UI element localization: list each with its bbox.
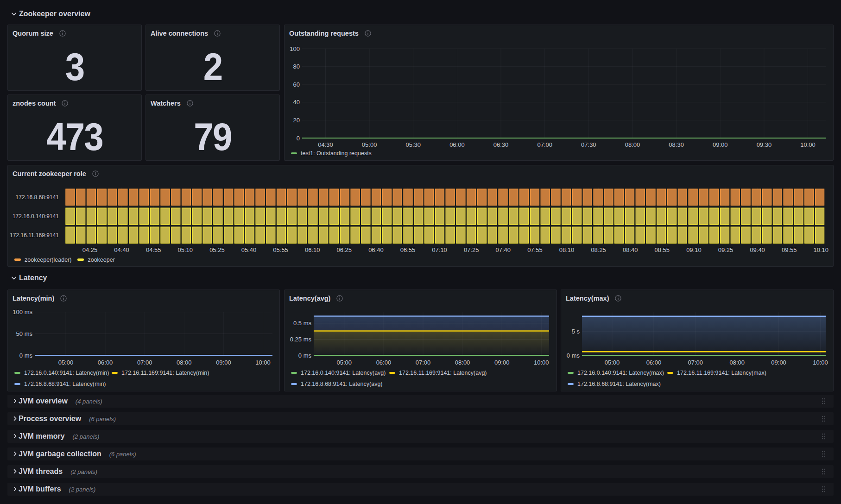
svg-text:09:00: 09:00 — [494, 359, 510, 366]
svg-text:0: 0 — [297, 135, 300, 142]
svg-text:05:00: 05:00 — [58, 359, 74, 366]
svg-text:06:40: 06:40 — [368, 246, 384, 253]
svg-text:172.16.8.68:9141: 172.16.8.68:9141 — [16, 194, 59, 201]
svg-text:09:30: 09:30 — [757, 141, 772, 148]
svg-text:04:40: 04:40 — [114, 246, 129, 253]
svg-text:0 ms: 0 ms — [567, 352, 580, 359]
svg-text:07:25: 07:25 — [464, 246, 479, 253]
svg-text:5 s: 5 s — [572, 328, 580, 335]
svg-text:05:40: 05:40 — [241, 246, 257, 253]
svg-text:05:55: 05:55 — [273, 246, 288, 253]
svg-text:40: 40 — [293, 99, 300, 106]
svg-text:05:00: 05:00 — [337, 359, 352, 366]
svg-text:172.16.0.140:9141: 172.16.0.140:9141 — [13, 213, 59, 220]
svg-text:172.16.11.169:9141: 172.16.11.169:9141 — [10, 232, 59, 239]
svg-text:07:00: 07:00 — [416, 359, 431, 366]
svg-text:05:00: 05:00 — [605, 359, 620, 366]
svg-text:05:10: 05:10 — [178, 246, 193, 253]
svg-text:09:55: 09:55 — [782, 246, 797, 253]
svg-text:07:10: 07:10 — [432, 246, 447, 253]
svg-text:08:55: 08:55 — [655, 246, 670, 253]
svg-text:07:40: 07:40 — [496, 246, 511, 253]
svg-text:0 ms: 0 ms — [298, 352, 312, 359]
svg-text:08:40: 08:40 — [623, 246, 638, 253]
svg-text:05:25: 05:25 — [209, 246, 225, 253]
svg-text:10:00: 10:00 — [813, 359, 828, 366]
svg-text:09:00: 09:00 — [216, 359, 231, 366]
svg-text:06:55: 06:55 — [400, 246, 416, 253]
svg-text:07:00: 07:00 — [688, 359, 703, 366]
svg-text:04:25: 04:25 — [82, 246, 98, 253]
svg-text:08:00: 08:00 — [729, 359, 745, 366]
svg-text:0.25 ms: 0.25 ms — [290, 336, 312, 343]
svg-text:04:30: 04:30 — [318, 141, 333, 148]
svg-text:06:00: 06:00 — [449, 141, 465, 148]
svg-text:10:00: 10:00 — [800, 141, 816, 148]
svg-text:10:10: 10:10 — [814, 246, 829, 253]
svg-text:100 ms: 100 ms — [13, 309, 32, 315]
svg-text:09:00: 09:00 — [713, 141, 728, 148]
svg-text:06:10: 06:10 — [305, 246, 320, 253]
svg-text:60: 60 — [293, 81, 300, 88]
svg-text:08:25: 08:25 — [591, 246, 606, 253]
svg-text:07:55: 07:55 — [527, 246, 543, 253]
svg-text:09:10: 09:10 — [686, 246, 702, 253]
svg-text:07:00: 07:00 — [537, 141, 552, 148]
svg-text:08:30: 08:30 — [669, 141, 684, 148]
svg-text:09:00: 09:00 — [771, 359, 786, 366]
svg-text:50 ms: 50 ms — [16, 330, 33, 337]
svg-text:100: 100 — [290, 45, 300, 52]
svg-text:06:30: 06:30 — [493, 141, 509, 148]
svg-text:06:00: 06:00 — [376, 359, 392, 366]
svg-text:05:30: 05:30 — [406, 141, 421, 148]
svg-text:10:00: 10:00 — [255, 359, 271, 366]
svg-text:06:00: 06:00 — [98, 359, 113, 366]
svg-text:04:55: 04:55 — [146, 246, 161, 253]
svg-text:08:00: 08:00 — [455, 359, 470, 366]
svg-text:05:00: 05:00 — [362, 141, 377, 148]
svg-text:0.5 ms: 0.5 ms — [293, 320, 312, 327]
svg-text:06:00: 06:00 — [646, 359, 662, 366]
svg-text:08:00: 08:00 — [177, 359, 192, 366]
svg-text:20: 20 — [293, 117, 300, 124]
svg-text:10:00: 10:00 — [534, 359, 549, 366]
svg-text:08:00: 08:00 — [625, 141, 640, 148]
svg-text:07:30: 07:30 — [581, 141, 596, 148]
svg-text:09:25: 09:25 — [718, 246, 734, 253]
svg-text:06:25: 06:25 — [337, 246, 352, 253]
svg-text:07:00: 07:00 — [137, 359, 152, 366]
svg-text:08:10: 08:10 — [559, 246, 575, 253]
svg-text:80: 80 — [293, 63, 300, 70]
svg-text:0 ms: 0 ms — [19, 352, 33, 359]
svg-text:09:40: 09:40 — [750, 246, 765, 253]
